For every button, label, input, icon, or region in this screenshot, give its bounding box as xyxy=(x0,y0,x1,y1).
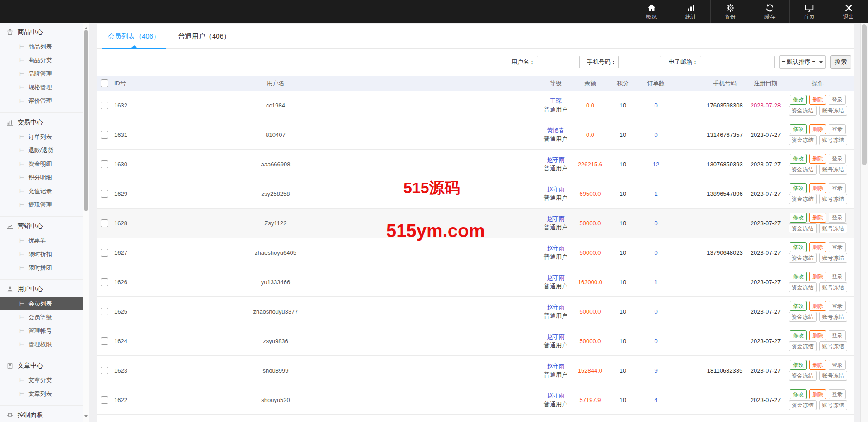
topbar-item-stats[interactable]: 统计 xyxy=(671,0,710,23)
topbar-item-gear[interactable]: 备份 xyxy=(710,0,750,23)
sidebar-item[interactable]: 规格管理 xyxy=(0,81,83,94)
login-button[interactable]: 登录 xyxy=(829,95,846,105)
freeze-funds-button[interactable]: 资金冻结 xyxy=(789,312,817,322)
freeze-account-button[interactable]: 账号冻结 xyxy=(819,165,847,175)
login-button[interactable]: 登录 xyxy=(829,124,846,134)
delete-button[interactable]: 删除 xyxy=(809,124,826,134)
sidebar-scrollbar[interactable] xyxy=(83,23,89,422)
delete-button[interactable]: 删除 xyxy=(809,301,826,311)
topbar-item-close[interactable]: 退出 xyxy=(829,0,868,23)
sidebar-item[interactable]: 管理权限 xyxy=(0,338,83,351)
edit-button[interactable]: 修改 xyxy=(790,389,807,399)
edit-button[interactable]: 修改 xyxy=(790,301,807,311)
row-checkbox[interactable] xyxy=(101,367,108,374)
delete-button[interactable]: 删除 xyxy=(809,242,826,252)
edit-button[interactable]: 修改 xyxy=(790,360,807,370)
row-checkbox[interactable] xyxy=(101,308,108,315)
select-all-checkbox[interactable] xyxy=(101,79,108,87)
row-checkbox[interactable] xyxy=(101,102,108,109)
phone-input[interactable] xyxy=(618,56,661,68)
delete-button[interactable]: 删除 xyxy=(809,272,826,281)
sidebar-item[interactable]: 商品列表 xyxy=(0,40,83,53)
freeze-account-button[interactable]: 账号冻结 xyxy=(819,400,847,410)
sort-select[interactable]: = 默认排序 = xyxy=(779,55,826,69)
delete-button[interactable]: 删除 xyxy=(809,360,826,370)
edit-button[interactable]: 修改 xyxy=(790,242,807,252)
edit-button[interactable]: 修改 xyxy=(790,213,807,223)
sidebar-item[interactable]: 评价管理 xyxy=(0,94,83,108)
freeze-funds-button[interactable]: 资金冻结 xyxy=(789,400,817,410)
login-button[interactable]: 登录 xyxy=(829,154,846,164)
edit-button[interactable]: 修改 xyxy=(790,330,807,340)
login-button[interactable]: 登录 xyxy=(829,360,846,370)
freeze-funds-button[interactable]: 资金冻结 xyxy=(789,282,817,292)
sidebar-item[interactable]: 品牌管理 xyxy=(0,67,83,81)
login-button[interactable]: 登录 xyxy=(829,301,846,311)
orders-link[interactable]: 0 xyxy=(639,249,673,256)
delete-button[interactable]: 删除 xyxy=(809,154,826,164)
sidebar-item[interactable]: 充值记录 xyxy=(0,184,83,198)
row-checkbox[interactable] xyxy=(101,337,108,345)
page-scrollbar[interactable] xyxy=(860,23,868,422)
tab-1[interactable]: 普通用户（406） xyxy=(177,32,231,48)
level-link[interactable]: 赵守雨 xyxy=(538,185,574,194)
level-link[interactable]: 王琛 xyxy=(538,97,574,105)
orders-link[interactable]: 0 xyxy=(639,308,673,315)
freeze-funds-button[interactable]: 资金冻结 xyxy=(789,135,817,145)
search-button[interactable]: 搜索 xyxy=(830,55,851,69)
edit-button[interactable]: 修改 xyxy=(790,183,807,193)
row-checkbox[interactable] xyxy=(101,190,108,198)
edit-button[interactable]: 修改 xyxy=(790,272,807,281)
orders-link[interactable]: 1 xyxy=(639,190,673,197)
sidebar-item[interactable]: 提现管理 xyxy=(0,198,83,212)
level-link[interactable]: 赵守雨 xyxy=(538,244,574,252)
login-button[interactable]: 登录 xyxy=(829,330,846,340)
sidebar-section-title[interactable]: 文章中心 xyxy=(0,358,83,373)
sidebar-item[interactable]: 限时拼团 xyxy=(0,261,83,275)
delete-button[interactable]: 删除 xyxy=(809,183,826,193)
freeze-funds-button[interactable]: 资金冻结 xyxy=(789,253,817,263)
tab-0[interactable]: 会员列表（406） xyxy=(107,32,161,48)
orders-link[interactable]: 0 xyxy=(639,220,673,227)
level-link[interactable]: 赵守雨 xyxy=(538,155,574,164)
sidebar-section-title[interactable]: 营销中心 xyxy=(0,218,83,234)
sidebar-item[interactable]: 文章分类 xyxy=(0,373,83,387)
orders-link[interactable]: 1 xyxy=(639,279,673,286)
sidebar-item[interactable]: 退款/退货 xyxy=(0,144,83,157)
freeze-funds-button[interactable]: 资金冻结 xyxy=(789,371,817,381)
sidebar-item[interactable]: 积分明细 xyxy=(0,171,83,184)
orders-link[interactable]: 12 xyxy=(639,161,673,168)
delete-button[interactable]: 删除 xyxy=(809,330,826,340)
sidebar-item[interactable]: 资金明细 xyxy=(0,157,83,171)
sidebar-item[interactable]: 限时折扣 xyxy=(0,247,83,261)
row-checkbox[interactable] xyxy=(101,249,108,257)
sidebar-section-title[interactable]: 商品中心 xyxy=(0,24,83,40)
freeze-account-button[interactable]: 账号冻结 xyxy=(819,135,847,145)
topbar-item-monitor[interactable]: 首页 xyxy=(789,0,829,23)
delete-button[interactable]: 删除 xyxy=(809,389,826,399)
level-link[interactable]: 赵守雨 xyxy=(538,332,574,341)
delete-button[interactable]: 删除 xyxy=(809,213,826,223)
freeze-account-button[interactable]: 账号冻结 xyxy=(819,341,847,351)
freeze-account-button[interactable]: 账号冻结 xyxy=(819,371,847,381)
freeze-account-button[interactable]: 账号冻结 xyxy=(819,312,847,322)
freeze-account-button[interactable]: 账号冻结 xyxy=(819,194,847,204)
login-button[interactable]: 登录 xyxy=(829,272,846,281)
sidebar-item[interactable]: 优惠券 xyxy=(0,234,83,247)
level-link[interactable]: 赵守雨 xyxy=(538,303,574,311)
row-checkbox[interactable] xyxy=(101,160,108,168)
login-button[interactable]: 登录 xyxy=(829,242,846,252)
sidebar-item[interactable]: 商品分类 xyxy=(0,53,83,67)
sidebar-scrollbar-thumb[interactable] xyxy=(84,30,88,211)
sidebar-item[interactable]: 会员等级 xyxy=(0,310,83,324)
edit-button[interactable]: 修改 xyxy=(790,154,807,164)
login-button[interactable]: 登录 xyxy=(829,183,846,193)
level-link[interactable]: 黄艳春 xyxy=(538,126,574,135)
orders-link[interactable]: 0 xyxy=(639,338,673,344)
delete-button[interactable]: 删除 xyxy=(809,95,826,105)
page-scrollbar-thumb[interactable] xyxy=(862,24,867,165)
email-input[interactable] xyxy=(700,56,775,68)
orders-link[interactable]: 9 xyxy=(639,367,673,374)
topbar-item-home[interactable]: 概况 xyxy=(632,0,671,23)
orders-link[interactable]: 4 xyxy=(639,397,673,403)
